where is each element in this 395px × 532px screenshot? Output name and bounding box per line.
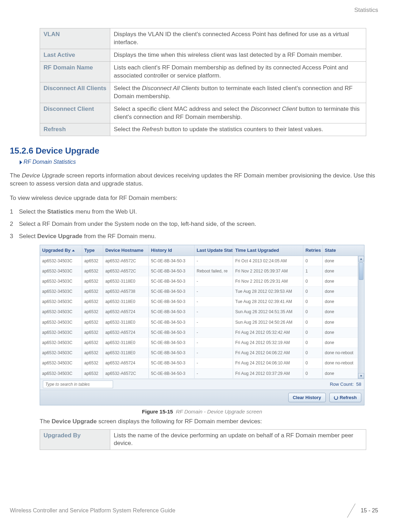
cell-time-last-upgraded: Fri Aug 24 2012 04:06:22 AM [233,348,303,358]
col-retries-count[interactable]: Retries Count [303,245,323,256]
definition-desc: Select the Refresh button to update the … [110,123,366,136]
col-device-hostname[interactable]: Device Hostname [103,245,149,256]
scroll-thumb[interactable] [359,262,363,280]
after-figure-text: The Device Upgrade screen displays the f… [40,418,378,426]
cell-retries-count: 0 [303,338,323,348]
cell-device-hostname: ap6532-A65724 [103,358,149,368]
breadcrumb: RF Domain Statistics [20,158,378,166]
step-item: Select a RF Domain from under the System… [10,220,378,228]
definition-term: Refresh [40,123,110,136]
cell-last-update-status: - [195,276,233,286]
cell-state: done [323,297,358,307]
cell-upgraded-by: ap6532-34503C [40,348,82,358]
cell-device-hostname: ap6532-3118E0 [103,297,149,307]
page-number: 15 - 25 [361,507,378,514]
definition-term: Disconnect Client [40,103,110,123]
cell-upgraded-by: ap6532-34503C [40,287,82,296]
cell-time-last-upgraded: Fri Aug 24 2012 05:32:19 AM [233,338,303,348]
table-row[interactable]: ap6532-34503Cap6532ap6532-3118E05C-0E-8B… [40,338,358,348]
table-row[interactable]: ap6532-34503Cap6532ap6532-A6572C5C-0E-8B… [40,256,358,266]
cell-time-last-upgraded: Fri Oct 4 2013 02:24:05 AM [233,256,303,266]
col-upgraded-by[interactable]: Upgraded By [40,245,82,256]
cell-state: done no-reboot [323,348,358,358]
footer-guide-title: Wireless Controller and Service Platform… [10,507,175,514]
screenshot-button-bar: Clear History Refresh [40,390,364,405]
definition-desc: Select the Disconnect All Clients button… [110,82,366,103]
cell-type: ap6532 [82,338,103,348]
col-type[interactable]: Type [82,245,103,256]
col-history-id[interactable]: History Id [149,245,195,256]
cell-type: ap6532 [82,358,103,368]
cell-state: done [323,256,358,266]
cell-upgraded-by: ap6532-34503C [40,328,82,337]
cell-history-id: 5C-0E-8B-34-50-3 [149,338,195,348]
cell-retries-count: 0 [303,276,323,286]
cell-state: done [323,317,358,327]
intro-paragraph-1: The Device Upgrade screen reports inform… [10,172,378,188]
table-row[interactable]: ap6532-34503Cap6532ap6532-A657245C-0E-8B… [40,358,358,368]
table-row[interactable]: ap6532-34503Cap6532ap6532-A657245C-0E-8B… [40,328,358,338]
scroll-up-icon[interactable]: ▲ [358,256,364,262]
table-row[interactable]: ap6532-34503Cap6532ap6532-A657245C-0E-8B… [40,307,358,317]
table-row[interactable]: ap6532-34503Cap6532ap6532-A657385C-0E-8B… [40,287,358,297]
cell-state: done [323,369,358,378]
definition-term: Upgraded By [40,429,110,450]
cell-history-id: 5C-0E-8B-34-50-3 [149,256,195,266]
cell-time-last-upgraded: Fri Aug 24 2012 04:06:10 AM [233,358,303,368]
cell-retries-count: 0 [303,369,323,378]
definition-term: RF Domain Name [40,61,110,82]
section-number: 15.2.6 [10,146,33,155]
col-time-last-upgraded[interactable]: Time Last Upgraded [233,245,303,256]
cell-device-hostname: ap6532-3118E0 [103,338,149,348]
cell-time-last-upgraded: Sun Aug 26 2012 04:50:26 AM [233,317,303,327]
definition-term: Last Active [40,49,110,61]
table-row[interactable]: ap6532-34503Cap6532ap6532-3118E05C-0E-8B… [40,317,358,328]
search-input[interactable] [43,381,113,388]
cell-state: done [323,287,358,296]
cell-last-update-status: - [195,328,233,337]
table-search-bar: Row Count: 58 [40,379,364,390]
table-row[interactable]: ap6532-34503Cap6532ap6532-3118E05C-0E-8B… [40,297,358,307]
device-upgrade-screenshot: Upgraded By Type Device Hostname History… [40,245,364,405]
cell-last-update-status: - [195,358,233,368]
table-row[interactable]: ap6532-34503Cap6532ap6532-3118E05C-0E-8B… [40,276,358,287]
cell-state: done [323,328,358,337]
definition-desc: Lists each client's RF Domain membership… [110,61,366,82]
cell-type: ap6532 [82,297,103,307]
cell-type: ap6532 [82,287,103,296]
table-row[interactable]: ap6532-34503Cap6532ap6532-3118E05C-0E-8B… [40,348,358,358]
page-header-section: Statistics [354,6,378,14]
cell-type: ap6532 [82,328,103,337]
cell-state: done [323,307,358,317]
cell-last-update-status: - [195,307,233,317]
definition-row: Disconnect All ClientsSelect the Disconn… [40,82,366,103]
cell-time-last-upgraded: Fri Nov 2 2012 05:39:37 AM [233,266,303,276]
cell-upgraded-by: ap6532-34503C [40,307,82,317]
scroll-down-icon[interactable]: ▼ [358,373,364,379]
cell-device-hostname: ap6532-3118E0 [103,276,149,286]
definition-row: Upgraded ByLists the name of the device … [40,429,366,450]
cell-history-id: 5C-0E-8B-34-50-3 [149,297,195,307]
cell-time-last-upgraded: Fri Nov 2 2012 05:29:31 AM [233,276,303,286]
scroll-track[interactable] [358,262,364,373]
cell-last-update-status: - [195,369,233,378]
cell-state: done no-reboot [323,358,358,368]
cell-retries-count: 0 [303,307,323,317]
cell-device-hostname: ap6532-A65724 [103,307,149,317]
table-row[interactable]: ap6532-34503Cap6532ap6532-A6572C5C-0E-8B… [40,266,358,276]
figure-caption: Figure 15-15 RF Domain - Device Upgrade … [40,408,364,415]
col-state[interactable]: State [323,245,364,256]
cell-history-id: 5C-0E-8B-34-50-3 [149,348,195,358]
row-count: Row Count: 58 [330,381,361,388]
cell-device-hostname: ap6532-A65738 [103,287,149,296]
scrollbar-vertical[interactable]: ▲ ▼ [358,256,364,379]
clear-history-button[interactable]: Clear History [288,393,326,403]
definition-row: Last ActiveDisplays the time when this w… [40,49,366,61]
cell-upgraded-by: ap6532-34503C [40,266,82,276]
cell-retries-count: 0 [303,358,323,368]
cell-type: ap6532 [82,369,103,378]
table-row[interactable]: ap6532-34503Cap6532ap6532-A6572C5C-0E-8B… [40,369,358,379]
col-last-update-status[interactable]: Last Update Status [195,245,233,256]
definition-term: VLAN [40,28,110,49]
refresh-button[interactable]: Refresh [329,393,361,403]
